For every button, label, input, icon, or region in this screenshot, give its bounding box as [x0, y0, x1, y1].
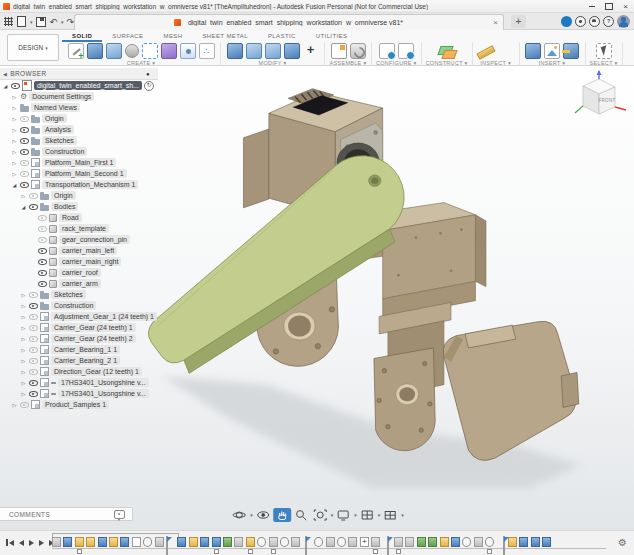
comments-bar[interactable]: COMMENTS: [0, 507, 133, 521]
visibility-eye-icon[interactable]: [20, 147, 29, 156]
browser-item-label[interactable]: gear_connection_pin: [59, 235, 130, 244]
browser-item-label[interactable]: rack_template: [59, 224, 109, 233]
timeline-track[interactable]: +: [52, 533, 606, 554]
pan-icon[interactable]: [273, 508, 291, 522]
expand-arrow-icon[interactable]: ▷: [11, 171, 18, 177]
visibility-eye-icon[interactable]: [38, 257, 47, 266]
close-button[interactable]: ×: [617, 0, 634, 13]
visibility-eye-icon[interactable]: [20, 114, 29, 123]
timeline-feature-mot[interactable]: [485, 537, 494, 547]
visibility-eye-icon[interactable]: [38, 246, 47, 255]
timeline-feature-ex[interactable]: [63, 537, 72, 547]
expand-arrow-icon[interactable]: ▷: [11, 105, 18, 111]
look-at-icon[interactable]: [254, 508, 272, 522]
expand-arrow-icon[interactable]: ▷: [11, 402, 18, 408]
visibility-eye-icon[interactable]: [29, 323, 38, 332]
job-status-icon[interactable]: [561, 16, 572, 27]
visibility-eye-icon[interactable]: [38, 268, 47, 277]
expand-arrow-icon[interactable]: ▷: [20, 358, 27, 364]
browser-item-label[interactable]: Analysis: [42, 125, 74, 134]
select-icon[interactable]: [596, 43, 612, 59]
expand-arrow-icon[interactable]: ▷: [11, 160, 18, 166]
expand-arrow-icon[interactable]: ▷: [20, 391, 27, 397]
insert-derive-icon[interactable]: [525, 43, 541, 59]
step-back-button[interactable]: [18, 539, 25, 547]
visibility-eye-icon[interactable]: [29, 312, 38, 321]
expand-arrow-icon[interactable]: ▷: [20, 314, 27, 320]
timeline-feature-gr[interactable]: [474, 537, 483, 547]
timeline-feature-grn[interactable]: [223, 537, 232, 547]
browser-item-label[interactable]: Bodies: [51, 202, 78, 211]
timeline-feature-ex[interactable]: [177, 537, 186, 547]
extensions-icon[interactable]: [575, 16, 586, 27]
shell-icon[interactable]: [284, 43, 300, 59]
browser-item-label[interactable]: Adjustment_Gear_1 (24 teeth) 1: [51, 312, 157, 321]
collapse-panel-icon[interactable]: ◀: [3, 71, 7, 77]
minimize-button[interactable]: [583, 0, 600, 13]
ribbon-tab-surface[interactable]: SURFACE: [102, 30, 153, 42]
visibility-eye-icon[interactable]: [29, 345, 38, 354]
timeline-feature-sk[interactable]: [246, 537, 255, 547]
help-icon[interactable]: ?: [603, 16, 614, 27]
pattern-icon[interactable]: ∴: [199, 43, 215, 59]
create-sketch-icon[interactable]: [68, 43, 84, 59]
browser-item-label[interactable]: Carrier_Bearing_1 1: [51, 345, 120, 354]
timeline-feature-gr[interactable]: [371, 537, 380, 547]
timeline-feature-sk[interactable]: [75, 537, 84, 547]
timeline-marker[interactable]: [487, 549, 492, 554]
timeline-feature-doc[interactable]: [132, 537, 141, 547]
ribbon-tab-plastic[interactable]: PLASTIC: [258, 30, 306, 42]
timeline-feature-ex[interactable]: [531, 537, 540, 547]
timeline-feature-mot[interactable]: [337, 537, 346, 547]
timeline-feature-flag[interactable]: [503, 536, 505, 555]
visibility-eye-icon[interactable]: [29, 191, 38, 200]
go-to-start-button[interactable]: [5, 538, 15, 547]
browser-item-label[interactable]: Product_Samples 1: [42, 400, 109, 409]
visibility-eye-icon[interactable]: [29, 356, 38, 365]
ribbon-tab-sheet-metal[interactable]: SHEET METAL: [192, 30, 258, 42]
expand-arrow-icon[interactable]: ▷: [20, 193, 27, 199]
new-tab-button[interactable]: +: [511, 15, 526, 28]
visibility-eye-icon[interactable]: [38, 235, 47, 244]
expand-arrow-icon[interactable]: ▷: [11, 149, 18, 155]
sync-status-icon[interactable]: ↻: [144, 81, 154, 91]
timeline-feature-sk[interactable]: [508, 537, 517, 547]
timeline-feature-gr[interactable]: [155, 537, 164, 547]
browser-item-label[interactable]: Named Views: [31, 103, 80, 112]
visibility-eye-icon[interactable]: [20, 125, 29, 134]
fit-icon[interactable]: [311, 508, 329, 522]
timeline-marker[interactable]: [396, 549, 401, 554]
visibility-eye-icon[interactable]: [29, 202, 38, 211]
timeline-feature-gr[interactable]: [405, 537, 414, 547]
timeline-feature-mot[interactable]: [143, 537, 152, 547]
expand-arrow-icon[interactable]: ◢: [20, 204, 27, 210]
browser-item-label[interactable]: Document Settings: [29, 92, 94, 101]
joint-icon[interactable]: [350, 43, 366, 59]
expand-arrow-icon[interactable]: ◢: [2, 83, 9, 89]
expand-arrow-icon[interactable]: ▷: [20, 380, 27, 386]
document-tab[interactable]: digital_twin_enabled_smart_shipping_work…: [74, 14, 504, 30]
sweep-icon[interactable]: [106, 43, 122, 59]
visibility-eye-icon[interactable]: [38, 279, 47, 288]
view-cube[interactable]: FRONT: [572, 70, 628, 128]
timeline-feature-ex[interactable]: [98, 537, 107, 547]
expand-arrow-icon[interactable]: ▷: [20, 303, 27, 309]
expand-arrow-icon[interactable]: ▷: [11, 138, 18, 144]
expand-arrow-icon[interactable]: ▷: [20, 292, 27, 298]
timeline-feature-grn[interactable]: [428, 537, 437, 547]
fillet-icon[interactable]: [246, 43, 262, 59]
timeline-feature-mot[interactable]: [314, 537, 323, 547]
file-menu-icon[interactable]: [16, 15, 27, 28]
browser-item-label[interactable]: Construction: [42, 147, 87, 156]
browser-item-label[interactable]: Sketches: [51, 290, 86, 299]
expand-arrow-icon[interactable]: ▷: [20, 347, 27, 353]
revolve-icon[interactable]: [125, 44, 139, 58]
timeline-feature-ex[interactable]: [451, 537, 460, 547]
browser-item-label[interactable]: 17HS3401_Usongshine v...: [58, 389, 149, 398]
browser-item-label[interactable]: Direction_Gear (12 teeth) 1: [51, 367, 142, 376]
orbit-icon[interactable]: [230, 508, 248, 522]
configuration-table-icon[interactable]: [398, 43, 414, 59]
ribbon-tab-mesh[interactable]: MESH: [153, 30, 192, 42]
timeline-settings-gear-icon[interactable]: ⚙: [618, 537, 627, 549]
timeline-feature-gr[interactable]: [394, 537, 403, 547]
